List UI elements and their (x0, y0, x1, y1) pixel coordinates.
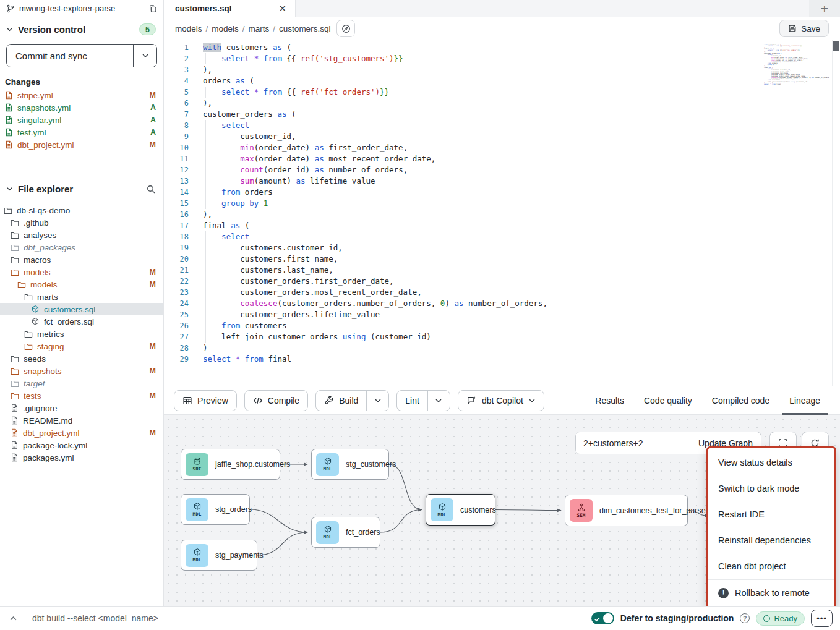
code-line[interactable]: 22 customer_orders.first_order_date, (164, 276, 840, 287)
tree-item-marts[interactable]: marts (0, 291, 163, 303)
new-tab-button[interactable]: + (809, 0, 840, 17)
tree-item-macros[interactable]: macros (0, 253, 163, 266)
code-line[interactable]: 21 customers.last_name, (164, 265, 840, 276)
breadcrumb-segment[interactable]: models (175, 24, 202, 33)
code-line[interactable]: 1with customers as ( (164, 42, 840, 53)
preview-button[interactable]: Preview (174, 390, 237, 411)
change-item[interactable]: dbt_project.yml M (0, 138, 163, 151)
version-control-header[interactable]: Version control 5 (0, 17, 163, 40)
code-line[interactable]: 25 customer_orders.lifetime_value (164, 309, 840, 320)
code-line[interactable]: 4orders as ( (164, 75, 840, 87)
tab-results[interactable]: Results (585, 386, 634, 414)
save-button[interactable]: Save (779, 20, 829, 37)
breadcrumb-segment[interactable]: models (212, 24, 239, 33)
dbt-copilot-button[interactable]: dbt Copilot (458, 390, 544, 411)
code-line[interactable]: 26 from customers (164, 320, 840, 331)
code-line[interactable]: 16), (164, 209, 840, 220)
breadcrumb-segment[interactable]: marts (249, 24, 270, 33)
code-line[interactable]: 19 customers.customer_id, (164, 242, 840, 253)
menu-item-restart-ide[interactable]: Restart IDE (708, 501, 834, 527)
menu-item-reinstall-dependencies[interactable]: Reinstall dependencies (708, 527, 834, 553)
defer-toggle[interactable] (591, 612, 614, 624)
search-icon[interactable] (146, 184, 156, 194)
code-line[interactable]: 11 max(order_date) as most_recent_order_… (164, 153, 840, 164)
tab-customers-sql[interactable]: customers.sql ✕ (164, 0, 296, 17)
lint-options-caret[interactable] (427, 391, 450, 411)
tree-item-seeds[interactable]: seeds (0, 352, 163, 365)
lineage-node-fct_orders[interactable]: MDL fct_orders (311, 517, 380, 548)
more-options-button[interactable]: ••• (811, 610, 833, 627)
commit-options-caret[interactable] (133, 45, 156, 67)
menu-item-switch-to-dark-mode[interactable]: Switch to dark mode (708, 475, 834, 501)
tree-item-dbt-packages[interactable]: dbt_packages (0, 241, 163, 253)
lineage-node-dim[interactable]: SEM dim_customers_test_for_parse (565, 495, 688, 526)
tree-item-models[interactable]: models M (0, 278, 163, 291)
tree-item--github[interactable]: .github (0, 216, 163, 229)
code-line[interactable]: 12 count(order_id) as number_of_orders, (164, 164, 840, 176)
change-item[interactable]: singular.yml A (0, 114, 163, 126)
code-editor[interactable]: 1with customers as (2 select * from {{ r… (164, 40, 840, 386)
tree-item-customers-sql[interactable]: customers.sql (0, 303, 163, 315)
tree-item-readme-md[interactable]: README.md (0, 414, 163, 427)
code-line[interactable]: 28) (164, 343, 840, 354)
code-line[interactable]: 10 min(order_date) as first_order_date, (164, 142, 840, 153)
code-line[interactable]: 23 customer_orders.most_recent_order_dat… (164, 287, 840, 298)
change-item[interactable]: test.yml A (0, 126, 163, 138)
tab-compiled-code[interactable]: Compiled code (702, 386, 779, 414)
code-line[interactable]: 24 coalesce(customer_orders.number_of_or… (164, 298, 840, 309)
menu-item-clean-dbt-project[interactable]: Clean dbt project (708, 553, 834, 579)
lineage-node-stg_orders[interactable]: MDL stg_orders (181, 494, 250, 525)
tree-item-snapshots[interactable]: snapshots M (0, 365, 163, 377)
code-line[interactable]: 2 select * from {{ ref('stg_customers')}… (164, 53, 840, 64)
commit-and-sync-button[interactable]: Commit and sync (7, 45, 133, 67)
tree-item-fct-orders-sql[interactable]: fct_orders.sql (0, 315, 163, 328)
tree-item-analyses[interactable]: analyses (0, 229, 163, 241)
close-tab-icon[interactable]: ✕ (278, 4, 286, 13)
lineage-node-stg_payments[interactable]: MDL stg_payments (181, 540, 257, 571)
code-line[interactable]: 9 customer_id, (164, 131, 840, 142)
tree-item-package-lock-yml[interactable]: package-lock.yml (0, 439, 163, 451)
build-button[interactable]: Build (316, 391, 366, 411)
tree-item-dbt-project-yml[interactable]: dbt_project.yml M (0, 427, 163, 439)
code-line[interactable]: 15 group by 1 (164, 198, 840, 209)
code-line[interactable]: 5 select * from {{ ref('fct_orders')}} (164, 87, 840, 98)
lint-button[interactable]: Lint (397, 391, 427, 411)
tree-item-db-sl-qs-demo[interactable]: db-sl-qs-demo (0, 204, 163, 216)
code-line[interactable]: 20 customers.first_name, (164, 253, 840, 265)
lineage-node-stg_customers[interactable]: MDL stg_customers (311, 449, 389, 480)
code-line[interactable]: 13 sum(amount) as lifetime_value (164, 176, 840, 187)
expand-command-bar-icon[interactable] (0, 607, 27, 630)
tree-item-models[interactable]: models M (0, 266, 163, 278)
tree-item-packages-yml[interactable]: packages.yml (0, 451, 163, 464)
help-icon[interactable]: ? (740, 613, 750, 623)
lineage-node-src_jaffle[interactable]: SRC jaffle_shop.customers (181, 449, 280, 480)
code-line[interactable]: 6), (164, 98, 840, 109)
tree-item-tests[interactable]: tests M (0, 389, 163, 402)
copy-branch-icon[interactable] (148, 4, 157, 13)
code-line[interactable]: 29select * from final (164, 354, 840, 365)
change-item[interactable]: snapshots.yml A (0, 101, 163, 114)
tree-item-metrics[interactable]: metrics (0, 328, 163, 340)
menu-item-rollback-to-remote[interactable]: !Rollback to remote (708, 580, 834, 606)
tab-code-quality[interactable]: Code quality (634, 386, 702, 414)
compile-button[interactable]: Compile (244, 390, 308, 411)
change-item[interactable]: stripe.yml M (0, 89, 163, 101)
tab-lineage[interactable]: Lineage (779, 386, 830, 414)
code-line[interactable]: 7customer_orders as ( (164, 109, 840, 120)
tree-item-staging[interactable]: staging M (0, 340, 163, 352)
code-line[interactable]: 3), (164, 64, 840, 75)
editor-scrollbar[interactable] (832, 40, 840, 386)
tree-item--gitignore[interactable]: .gitignore (0, 402, 163, 414)
tree-item-target[interactable]: target (0, 377, 163, 389)
file-explorer-header[interactable]: File explorer (0, 177, 163, 199)
breadcrumb-segment[interactable]: customers.sql (279, 24, 330, 33)
command-input[interactable]: dbt build --select <model_name> (27, 613, 591, 623)
code-line[interactable]: 27 left join customer_orders using (cust… (164, 331, 840, 343)
build-options-caret[interactable] (366, 391, 388, 411)
lineage-node-customers[interactable]: MDL customers (426, 494, 495, 526)
code-line[interactable]: 14 from orders (164, 187, 840, 198)
menu-item-view-status-details[interactable]: View status details (708, 449, 834, 475)
code-line[interactable]: 17final as ( (164, 220, 840, 231)
scrollbar-thumb[interactable] (833, 41, 839, 51)
lineage-selector-input[interactable] (576, 432, 690, 454)
